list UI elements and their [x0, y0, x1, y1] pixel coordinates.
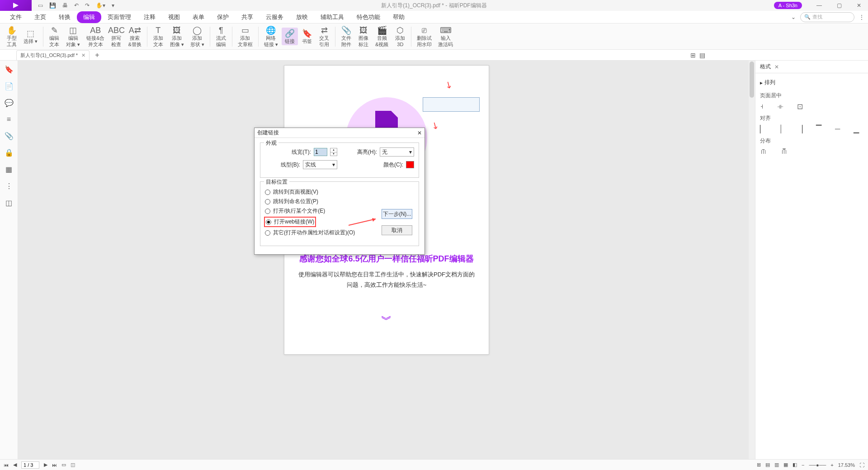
ribbon-button[interactable]: 🔖书签 [299, 28, 315, 45]
line-style-combo[interactable]: 实线▾ [303, 160, 337, 169]
sidebar-icon[interactable]: 🔒 [5, 148, 14, 157]
ribbon-button[interactable]: T添加 文本 [150, 24, 166, 48]
ribbon-button[interactable]: ⬡添加 3D [392, 24, 408, 48]
ribbon-button[interactable]: ▭添加 文章框 [235, 24, 255, 48]
sidebar-icon[interactable]: ◫ [5, 199, 12, 207]
menu-item-9[interactable]: 共享 [235, 11, 259, 23]
center-h-icon[interactable]: ⫞ [760, 102, 764, 111]
menu-item-1[interactable]: 主页 [28, 11, 52, 23]
menu-item-14[interactable]: 帮助 [387, 11, 411, 23]
ribbon-button[interactable]: 📎文件 附件 [338, 24, 354, 48]
qat-open-icon[interactable]: ▭ [38, 2, 43, 9]
next-button[interactable]: 下一步(N)... [382, 209, 412, 219]
menu-item-11[interactable]: 放映 [290, 11, 314, 23]
dialog-close-icon[interactable]: ✕ [417, 130, 422, 136]
menu-item-4[interactable]: 页面管理 [101, 11, 137, 23]
close-button[interactable]: ✕ [850, 0, 868, 11]
align-left-icon[interactable]: ▏ [760, 125, 765, 133]
menu-item-10[interactable]: 云服务 [259, 11, 290, 23]
qat-redo-icon[interactable]: ↷ [85, 2, 90, 9]
minimize-button[interactable]: — [810, 0, 828, 11]
panel-section-arrange[interactable]: ▸ 排列 [760, 77, 863, 88]
zoom-value[interactable]: 17.53% [838, 462, 855, 468]
line-width-input[interactable] [314, 148, 327, 156]
menu-item-0[interactable]: 文件 [4, 11, 28, 23]
page-number-input[interactable] [21, 461, 39, 469]
target-radio-1[interactable]: 跳转到命名位置(P) [265, 198, 414, 205]
align-right-icon[interactable]: ▕ [797, 125, 802, 133]
center-v-icon[interactable]: ⟛ [777, 102, 783, 111]
qat-print-icon[interactable]: 🖶 [62, 2, 68, 9]
menu-item-8[interactable]: 保护 [211, 11, 235, 23]
qat-hand-icon[interactable]: ✋▾ [96, 2, 105, 9]
menu-item-3[interactable]: 编辑 [77, 11, 101, 23]
prev-page-icon[interactable]: ◀ [13, 462, 17, 468]
sidebar-icon[interactable]: ⋮ [5, 182, 13, 190]
ribbon-button[interactable]: ⬚选择 ▾ [21, 28, 40, 45]
distribute-v-icon[interactable]: ⫚ [781, 147, 788, 156]
color-picker[interactable] [406, 161, 414, 168]
qat-undo-icon[interactable]: ↶ [74, 2, 79, 9]
ribbon-button[interactable]: ⎚删除试 用水印 [414, 24, 434, 48]
align-middle-icon[interactable]: ─ [835, 125, 840, 133]
sidebar-icon[interactable]: 🔖 [5, 65, 14, 74]
document-tab[interactable]: 新人引导(1)_OCR(3).pdf * ✕ [16, 50, 90, 60]
target-radio-0[interactable]: 跳转到页面视图(V) [265, 188, 414, 196]
search-input[interactable]: 🔍 查找 [800, 12, 854, 22]
ribbon-button[interactable]: ⌨输入 激活码 [435, 24, 456, 48]
menu-item-7[interactable]: 表单 [186, 11, 211, 23]
menu-item-12[interactable]: 辅助工具 [314, 11, 350, 23]
ribbon-button[interactable]: ⇄交叉 引用 [316, 24, 332, 48]
align-center-icon[interactable]: │ [779, 125, 783, 133]
menu-item-13[interactable]: 特色功能 [350, 11, 387, 23]
vertical-scrollbar[interactable] [749, 61, 755, 459]
target-radio-3[interactable]: 打开web链接(W) [264, 217, 316, 227]
ribbon-button[interactable]: AB链接&合 并文本 [84, 24, 107, 48]
sidebar-icon[interactable]: 📎 [5, 132, 14, 140]
menu-item-2[interactable]: 转换 [52, 11, 77, 23]
sidebar-icon[interactable]: ▦ [5, 165, 12, 174]
ribbon-button[interactable]: 🎬音频 &视频 [373, 24, 391, 48]
view-mode-icon[interactable]: ⊞ [757, 462, 761, 468]
sidebar-icon[interactable]: ≡ [7, 115, 11, 123]
help-icon[interactable]: ⋮ [859, 14, 864, 20]
document-canvas[interactable]: ↘ ↘ 感谢您如全球6.5亿用户一样信任福昕PDF编辑器 使用编辑器可以帮助您在… [18, 61, 755, 459]
sidebar-icon[interactable]: 💬 [5, 99, 14, 107]
view-mode-icon[interactable]: ▦ [783, 462, 788, 468]
tab-close-icon[interactable]: ✕ [81, 52, 85, 58]
qat-more-icon[interactable]: ▾ [112, 2, 114, 9]
line-width-spinner[interactable]: ▲▼ [330, 148, 337, 156]
menu-item-6[interactable]: 视图 [162, 11, 186, 23]
ribbon-button[interactable]: 🖼图像 标注 [355, 24, 372, 48]
ribbon-button[interactable]: A⇄搜索 &替换 [125, 24, 144, 48]
ribbon-button[interactable]: 🖼添加 图像 ▾ [167, 24, 187, 48]
zoom-out-icon[interactable]: − [802, 462, 804, 468]
menu-item-5[interactable]: 注释 [137, 11, 162, 23]
ribbon-button[interactable]: ◫编辑 对象 ▾ [63, 24, 83, 48]
nav-icon[interactable]: ▭ [61, 462, 66, 468]
nav-icon[interactable]: ◫ [71, 462, 75, 468]
ribbon-button[interactable]: ¶流式 编辑 [213, 24, 229, 48]
fullscreen-icon[interactable]: ⛶ [859, 462, 864, 468]
panel-tab-close-icon[interactable]: ✕ [774, 64, 779, 70]
ribbon-button[interactable]: 🔗链接 [282, 28, 298, 45]
last-page-icon[interactable]: ⏭ [52, 462, 57, 468]
panel-view-icon[interactable]: ▤ [699, 52, 705, 59]
link-annotation-box[interactable] [423, 97, 480, 112]
zoom-in-icon[interactable]: + [830, 462, 833, 468]
ribbon-button[interactable]: ✎编辑 文本 [46, 24, 62, 48]
ribbon-button[interactable]: 🌐网络 链接 ▾ [261, 24, 281, 48]
view-mode-icon[interactable]: ◧ [793, 462, 797, 468]
user-badge[interactable]: A - Sh3n [774, 2, 802, 9]
align-top-icon[interactable]: ▔ [816, 125, 821, 133]
align-bottom-icon[interactable]: ▁ [854, 125, 859, 133]
first-page-icon[interactable]: ⏮ [4, 462, 9, 468]
cancel-button[interactable]: 取消 [382, 225, 412, 235]
distribute-h-icon[interactable]: ⫙ [760, 147, 767, 156]
qat-save-icon[interactable]: 💾 [49, 2, 56, 9]
panel-tab-format[interactable]: 格式 [760, 63, 771, 71]
ribbon-button[interactable]: ✋手型 工具 [4, 24, 20, 48]
view-mode-icon[interactable]: ▤ [765, 462, 770, 468]
ribbon-button[interactable]: ABC拼写 检查 [108, 24, 124, 48]
ribbon-button[interactable]: ◯添加 形状 ▾ [188, 24, 207, 48]
